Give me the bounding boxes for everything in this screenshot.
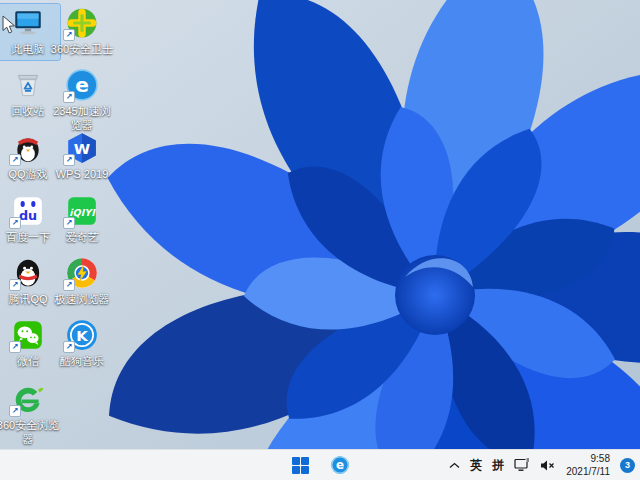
svg-text:W: W bbox=[74, 140, 90, 158]
svg-text:e: e bbox=[75, 73, 89, 97]
shortcut-arrow-icon: ↗ bbox=[63, 154, 75, 166]
this-pc-icon bbox=[11, 6, 45, 40]
chevron-up-icon bbox=[449, 462, 460, 469]
desktop-icon-wps-2019[interactable]: W ↗ WPS 2019 bbox=[50, 129, 114, 185]
360-safe-browser-icon: ↗ bbox=[11, 382, 45, 416]
kugou-music-icon: K ↗ bbox=[65, 318, 99, 352]
icon-label: 酷狗音乐 bbox=[60, 355, 104, 369]
shortcut-arrow-icon: ↗ bbox=[9, 341, 21, 353]
icon-label: 360安全浏览器 bbox=[0, 419, 60, 447]
360-safeguard-icon: ↗ bbox=[65, 6, 99, 40]
volume-muted-indicator[interactable] bbox=[540, 459, 556, 472]
desktop-icon-360-safeguard[interactable]: ↗ 360安全卫士 bbox=[50, 4, 114, 60]
icon-label: 腾讯QQ bbox=[8, 293, 47, 307]
2345-browser-icon: e ↗ bbox=[65, 68, 99, 102]
qq-games-icon: ↗ bbox=[11, 131, 45, 165]
shortcut-arrow-icon: ↗ bbox=[9, 279, 21, 291]
icon-label: 爱奇艺 bbox=[66, 231, 99, 245]
clock-time: 9:58 bbox=[566, 452, 610, 465]
clock-date: 2021/7/11 bbox=[566, 465, 610, 478]
shortcut-arrow-icon: ↗ bbox=[9, 217, 21, 229]
speed-browser-icon: ↗ bbox=[65, 256, 99, 290]
icon-label: 微信 bbox=[17, 355, 39, 369]
taskbar-browser-button[interactable]: e bbox=[326, 452, 354, 478]
shortcut-arrow-icon: ↗ bbox=[63, 91, 75, 103]
ime-pinyin-indicator[interactable]: 拼 bbox=[492, 457, 504, 474]
icon-label: 回收站 bbox=[12, 105, 45, 119]
taskbar-center-icons: e bbox=[286, 450, 354, 480]
start-button[interactable] bbox=[286, 452, 314, 478]
shortcut-arrow-icon: ↗ bbox=[63, 29, 75, 41]
speaker-mute-icon bbox=[540, 459, 556, 472]
desktop-icon-2345-browser[interactable]: e ↗ 2345加速浏览器 bbox=[50, 66, 114, 136]
browser-e-icon: e bbox=[330, 455, 350, 475]
mouse-cursor bbox=[2, 15, 16, 35]
icon-label: WPS 2019 bbox=[56, 168, 109, 182]
desktop-icon-iqiyi[interactable]: iQIYI ↗ 爱奇艺 bbox=[50, 192, 114, 248]
tencent-qq-icon: ↗ bbox=[11, 256, 45, 290]
taskbar: e 英 拼 bbox=[0, 449, 640, 480]
taskbar-clock[interactable]: 9:58 2021/7/11 bbox=[566, 452, 610, 478]
svg-text:K: K bbox=[76, 327, 88, 345]
shortcut-arrow-icon: ↗ bbox=[9, 405, 21, 417]
network-indicator[interactable] bbox=[514, 458, 530, 472]
icon-label: 360安全卫士 bbox=[51, 43, 113, 57]
shortcut-arrow-icon: ↗ bbox=[63, 217, 75, 229]
svg-text:e: e bbox=[336, 458, 344, 472]
hidden-icons-chevron[interactable] bbox=[449, 462, 460, 469]
windows-logo-icon bbox=[292, 457, 309, 474]
icon-label: 极速浏览器 bbox=[55, 293, 110, 307]
svg-text:du: du bbox=[19, 208, 37, 223]
recycle-bin-icon bbox=[11, 68, 45, 102]
taskbar-system-tray: 英 拼 9:58 2021/7/11 3 bbox=[449, 450, 635, 480]
icon-label: 百度一下 bbox=[6, 231, 50, 245]
desktop-icon-kugou-music[interactable]: K ↗ 酷狗音乐 bbox=[50, 316, 114, 372]
desktop-icon-speed-browser[interactable]: ↗ 极速浏览器 bbox=[50, 254, 114, 310]
desktop-icon-360-safe-browser[interactable]: ↗ 360安全浏览器 bbox=[0, 380, 60, 450]
icon-label: 此电脑 bbox=[12, 43, 45, 57]
windows11-desktop: 此电脑 ↗ 360安全卫士 回收站 e ↗ 2345加速浏览器 ↗ QQ游戏 bbox=[0, 0, 640, 480]
wps-2019-icon: W ↗ bbox=[65, 131, 99, 165]
shortcut-arrow-icon: ↗ bbox=[63, 279, 75, 291]
shortcut-arrow-icon: ↗ bbox=[9, 154, 21, 166]
notification-count-badge[interactable]: 3 bbox=[620, 458, 635, 473]
ime-english-indicator[interactable]: 英 bbox=[470, 457, 482, 474]
wechat-icon: ↗ bbox=[11, 318, 45, 352]
baidu-icon: du ↗ bbox=[11, 194, 45, 228]
iqiyi-icon: iQIYI ↗ bbox=[65, 194, 99, 228]
shortcut-arrow-icon: ↗ bbox=[63, 341, 75, 353]
icon-label: QQ游戏 bbox=[8, 168, 47, 182]
network-ethernet-icon bbox=[514, 458, 530, 472]
